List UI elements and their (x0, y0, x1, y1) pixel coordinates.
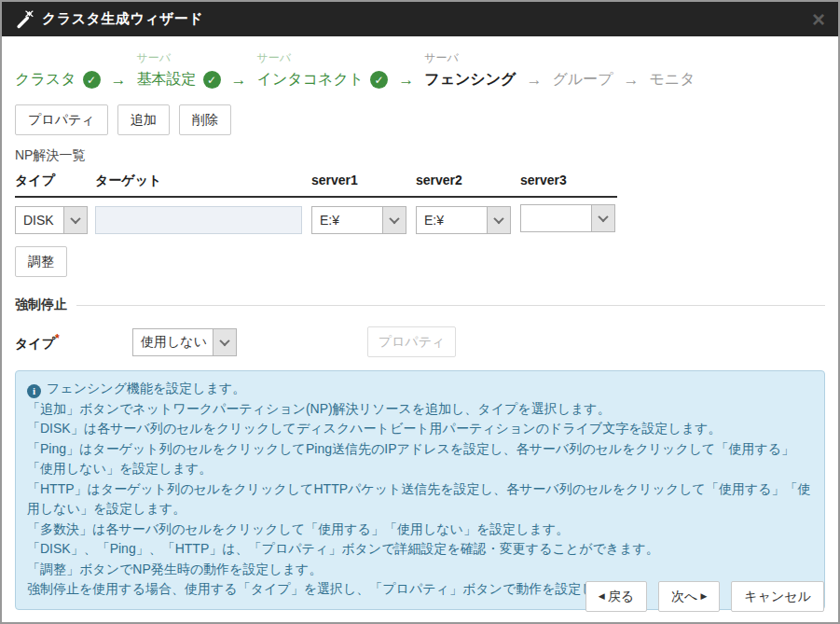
table-row: DISK E:¥ E:¥ (15, 204, 617, 235)
back-button[interactable]: ◀戻る (585, 581, 647, 612)
np-type-select[interactable]: DISK (15, 206, 88, 234)
section-divider (76, 305, 825, 306)
step-group: グループ (552, 49, 613, 92)
arrow-right-icon: → (111, 67, 127, 92)
step-cluster: クラスタ✓ (15, 49, 101, 92)
info-line: フェンシング機能を設定します。 (47, 381, 245, 395)
np-toolbar: プロパティ 追加 削除 (15, 104, 825, 135)
step-label: インタコネクト (257, 70, 365, 90)
header-server3: server3 (520, 173, 617, 189)
triangle-left-icon: ◀ (599, 592, 605, 601)
chevron-down-icon (213, 329, 236, 355)
footer-buttons: ◀戻る 次へ▶ キャンセル (585, 581, 824, 612)
wizard-wand-icon (15, 10, 34, 29)
step-fencing-current: サーバ フェンシング (424, 49, 516, 92)
step-label: フェンシング (424, 70, 516, 90)
header-server1: server1 (311, 173, 416, 189)
server3-cell-select[interactable] (520, 204, 615, 232)
step-label: 基本設定 (137, 70, 197, 90)
chevron-down-icon (591, 205, 614, 231)
step-monitor: モニタ (650, 49, 695, 92)
wizard-window: クラスタ生成ウィザード × クラスタ✓ → サーバ 基本設定✓ → サーバ イン… (0, 0, 840, 624)
check-circle-icon: ✓ (203, 71, 221, 89)
step-basic-settings: サーバ 基本設定✓ (137, 49, 221, 92)
tune-button[interactable]: 調整 (15, 246, 67, 277)
header-type: タイプ (15, 173, 95, 189)
chevron-down-icon (63, 207, 87, 233)
cancel-button[interactable]: キャンセル (731, 581, 824, 612)
next-button[interactable]: 次へ▶ (658, 581, 720, 612)
info-box: iフェンシング機能を設定します。 「追加」ボタンでネットワークパーティション(N… (15, 370, 825, 610)
step-label: グループ (552, 70, 613, 90)
forced-stop-type-select[interactable]: 使用しない (132, 328, 237, 356)
arrow-right-icon: → (526, 67, 542, 92)
wizard-steps: クラスタ✓ → サーバ 基本設定✓ → サーバ インタコネクト✓ → サーバ フ… (15, 49, 825, 92)
arrow-right-icon: → (398, 67, 414, 92)
server1-cell-select[interactable]: E:¥ (311, 206, 406, 234)
forced-stop-section-header: 強制停止 (15, 297, 825, 313)
step-label: モニタ (650, 70, 695, 90)
np-target-input[interactable] (95, 206, 302, 234)
required-mark: * (55, 332, 60, 345)
check-circle-icon: ✓ (83, 71, 101, 89)
np-resolution-table: タイプ ターゲット server1 server2 server3 DISK (15, 173, 617, 235)
info-line: 「Ping」はターゲット列のセルをクリックしてPing送信先のIPアドレスを設定… (27, 439, 813, 479)
arrow-right-icon: → (231, 67, 247, 92)
triangle-right-icon: ▶ (700, 592, 707, 601)
info-line: 「追加」ボタンでネットワークパーティション(NP)解決リソースを追加し、タイプを… (27, 399, 813, 420)
info-line: 「調整」ボタンでNP発生時の動作を設定します。 (27, 560, 813, 580)
server2-cell-select[interactable]: E:¥ (416, 206, 511, 234)
forced-stop-title: 強制停止 (15, 297, 67, 313)
step-label: クラスタ (15, 70, 76, 90)
chevron-down-icon (382, 207, 406, 233)
info-line: 「多数決」は各サーバ列のセルをクリックして「使用する」「使用しない」を設定します… (27, 520, 813, 540)
info-icon: i (27, 384, 41, 398)
info-line: 「DISK」、「Ping」、「HTTP」は、「プロパティ」ボタンで詳細設定を確認… (27, 539, 813, 560)
header-target: ターゲット (95, 173, 311, 189)
title-bar: クラスタ生成ウィザード × (2, 2, 838, 36)
forced-stop-type-row: タイプ* 使用しない プロパティ (15, 326, 825, 357)
check-circle-icon: ✓ (370, 71, 388, 89)
delete-button[interactable]: 削除 (179, 104, 231, 135)
arrow-right-icon: → (624, 67, 640, 92)
close-icon[interactable]: × (812, 8, 825, 31)
forced-stop-type-label: タイプ (15, 335, 55, 350)
step-interconnect: サーバ インタコネクト✓ (257, 49, 389, 92)
chevron-down-icon (487, 207, 510, 233)
property-button[interactable]: プロパティ (15, 104, 108, 135)
header-server2: server2 (416, 173, 520, 189)
np-table-header: タイプ ターゲット server1 server2 server3 (15, 173, 617, 198)
window-title: クラスタ生成ウィザード (42, 10, 203, 28)
info-line: 「HTTP」はターゲット列のセルをクリックしてHTTPパケット送信先を設定し、各… (27, 479, 813, 520)
info-line: 「DISK」は各サーバ列のセルをクリックしてディスクハートビート用パーティション… (27, 419, 813, 439)
np-list-title: NP解決一覧 (15, 147, 825, 164)
forced-stop-property-button[interactable]: プロパティ (367, 326, 456, 357)
add-button[interactable]: 追加 (117, 104, 170, 135)
